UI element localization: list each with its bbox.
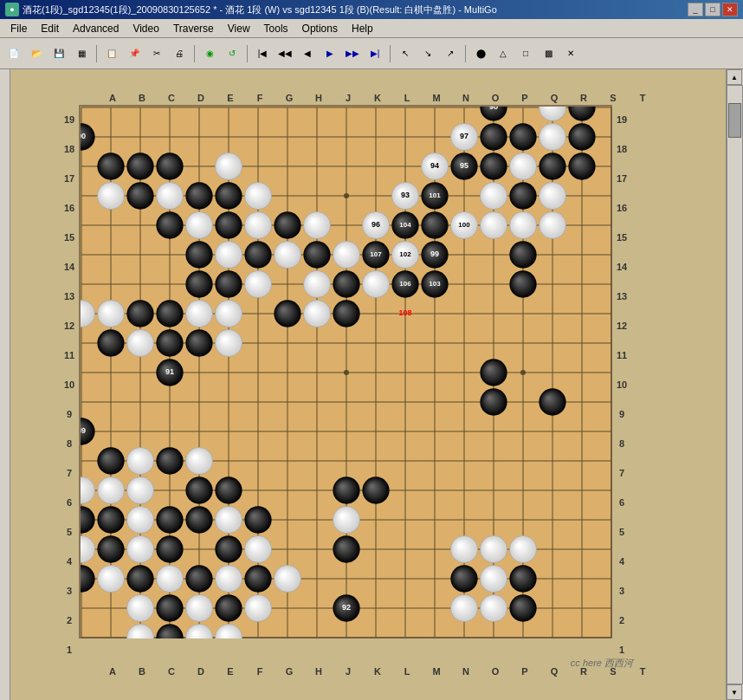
tb-out[interactable]: ↖ bbox=[395, 43, 416, 64]
menu-view[interactable]: View bbox=[221, 21, 257, 36]
tb-last[interactable]: ▶| bbox=[365, 43, 385, 64]
tb-end[interactable]: ↗ bbox=[440, 43, 461, 64]
board-container: ABCDEFGHJKLMNOPQRST 19181716151413121110… bbox=[10, 69, 726, 700]
minimize-button[interactable]: _ bbox=[688, 3, 703, 16]
tb-next10[interactable]: ▶▶ bbox=[342, 43, 363, 64]
tb-paste[interactable]: 📌 bbox=[124, 43, 145, 64]
menu-bar: File Edit Advanced Video Traverse View T… bbox=[0, 19, 743, 38]
right-panel: ▲ ▼ bbox=[726, 69, 743, 700]
tb-reload[interactable]: ↺ bbox=[222, 43, 242, 64]
window: ● 酒花(1段)_sgd12345(1段)_20090830125652 * -… bbox=[0, 0, 743, 700]
tb-mark2[interactable]: □ bbox=[515, 43, 536, 64]
tb-go-start[interactable]: ◉ bbox=[199, 43, 220, 64]
tb-prev10[interactable]: ◀◀ bbox=[275, 43, 295, 64]
left-sidebar bbox=[0, 69, 10, 700]
tb-first[interactable]: |◀ bbox=[252, 43, 273, 64]
app-icon: ● bbox=[5, 3, 19, 16]
main-content: ABCDEFGHJKLMNOPQRST 19181716151413121110… bbox=[0, 69, 743, 700]
window-controls: _ □ ✕ bbox=[688, 3, 738, 16]
tb-mark4[interactable]: ✕ bbox=[560, 43, 581, 64]
tb-stone[interactable]: ⬤ bbox=[470, 43, 491, 64]
tb-mark3[interactable]: ▩ bbox=[538, 43, 559, 64]
scrollbar-track[interactable] bbox=[727, 85, 743, 684]
tb-in[interactable]: ↘ bbox=[417, 43, 438, 64]
window-title: 酒花(1段)_sgd12345(1段)_20090830125652 * - 酒… bbox=[23, 3, 497, 16]
close-button[interactable]: ✕ bbox=[722, 3, 738, 16]
scroll-down-btn[interactable]: ▼ bbox=[727, 684, 742, 700]
tb-cut[interactable]: ✂ bbox=[146, 43, 167, 64]
tb-save[interactable]: 💾 bbox=[48, 43, 69, 64]
tb-next[interactable]: ▶ bbox=[320, 43, 340, 64]
tb-btn4[interactable]: ▦ bbox=[71, 43, 92, 64]
menu-file[interactable]: File bbox=[3, 21, 34, 36]
go-board[interactable] bbox=[79, 105, 612, 638]
maximize-button[interactable]: □ bbox=[705, 3, 720, 16]
menu-tools[interactable]: Tools bbox=[257, 21, 295, 36]
tb-prev[interactable]: ◀ bbox=[297, 43, 318, 64]
menu-help[interactable]: Help bbox=[345, 21, 380, 36]
scrollbar-thumb[interactable] bbox=[728, 103, 741, 138]
tb-new[interactable]: 📄 bbox=[3, 43, 24, 64]
menu-edit[interactable]: Edit bbox=[34, 21, 66, 36]
scroll-up-btn[interactable]: ▲ bbox=[727, 69, 742, 85]
tb-open[interactable]: 📂 bbox=[26, 43, 47, 64]
menu-advanced[interactable]: Advanced bbox=[66, 21, 126, 36]
menu-traverse[interactable]: Traverse bbox=[166, 21, 221, 36]
tb-mark[interactable]: △ bbox=[493, 43, 514, 64]
board-wrapper: ABCDEFGHJKLMNOPQRST 19181716151413121110… bbox=[60, 93, 676, 677]
tb-print[interactable]: 🖨 bbox=[169, 43, 190, 64]
menu-video[interactable]: Video bbox=[126, 21, 165, 36]
menu-options[interactable]: Options bbox=[295, 21, 345, 36]
toolbar: 📄 📂 💾 ▦ 📋 📌 ✂ 🖨 ◉ ↺ |◀ ◀◀ ◀ ▶ ▶▶ ▶| ↖ ↘ … bbox=[0, 38, 743, 69]
tb-copy[interactable]: 📋 bbox=[101, 43, 122, 64]
title-bar: ● 酒花(1段)_sgd12345(1段)_20090830125652 * -… bbox=[0, 0, 743, 19]
watermark: cc here 西西河 bbox=[571, 657, 652, 670]
